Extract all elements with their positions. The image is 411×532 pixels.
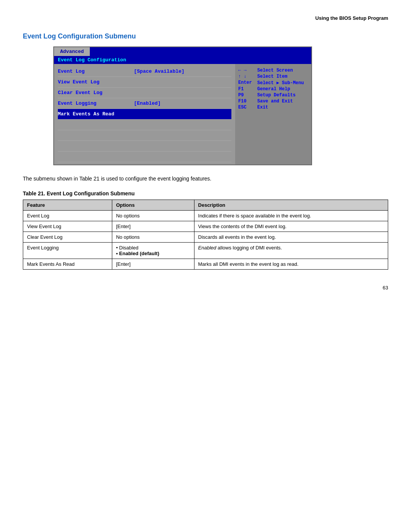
- table-row: Clear Event Log No options Discards all …: [23, 232, 388, 243]
- bios-help-row-5: F10 Save and Exit: [238, 99, 308, 104]
- config-table: Feature Options Description Event Log No…: [23, 200, 388, 270]
- bios-value-event-log: [Space Available]: [134, 69, 185, 74]
- bios-left-panel: Event Log [Space Available] View Event L…: [54, 64, 235, 165]
- bios-tab-advanced[interactable]: Advanced: [54, 47, 90, 56]
- bios-row-empty-3: [58, 141, 231, 152]
- options-mark-events: [Enter]: [112, 259, 194, 270]
- bios-row-event-logging[interactable]: Event Logging [Enabled]: [58, 98, 231, 109]
- bios-help-row-6: ESC Exit: [238, 105, 308, 110]
- bios-help-key-esc: ESC: [238, 105, 257, 110]
- bios-row-event-log[interactable]: Event Log [Space Available]: [58, 66, 231, 77]
- bios-help-key-p9: P9: [238, 93, 257, 98]
- desc-view-event-log: Views the contents of the DMI event log.: [194, 221, 388, 232]
- bios-label-clear-event-log: Clear Event Log: [58, 90, 134, 96]
- bios-label-mark-events: Mark Events As Read: [58, 111, 134, 117]
- section-title: Event Log Configuration Submenu: [23, 32, 388, 40]
- bios-label-view-event-log: View Event Log: [58, 79, 134, 85]
- bios-help-row-4: P9 Setup Defaults: [238, 93, 308, 98]
- bios-header-row: Advanced: [54, 47, 311, 56]
- bios-help-desc-screen: Select Screen: [257, 68, 293, 73]
- top-right-header: Using the BIOS Setup Program: [23, 15, 388, 21]
- feature-event-logging: Event Logging: [23, 243, 112, 259]
- bios-label-event-logging: Event Logging: [58, 101, 134, 106]
- bios-help-desc-item: Select Item: [257, 74, 287, 79]
- bios-screen: Advanced Event Log Configuration Event L…: [53, 46, 312, 165]
- table-row: Mark Events As Read [Enter] Marks all DM…: [23, 259, 388, 270]
- col-options: Options: [112, 200, 194, 211]
- col-feature: Feature: [23, 200, 112, 211]
- options-event-log: No options: [112, 211, 194, 221]
- bios-right-panel: ← → Select Screen ↑ ↓ Select Item Enter …: [235, 64, 311, 165]
- bios-row-empty-4: [58, 152, 231, 162]
- bios-help-desc-save: Save and Exit: [257, 99, 293, 104]
- options-event-logging: • Disabled • Enabled (default): [112, 243, 194, 259]
- bios-help-key-f1: F1: [238, 86, 257, 92]
- bios-value-event-logging: [Enabled]: [134, 101, 161, 106]
- header-title: Using the BIOS Setup Program: [315, 15, 388, 21]
- bios-row-empty-2: [58, 130, 231, 141]
- option-disabled: • Disabled: [116, 245, 139, 251]
- desc-italic-enabled: Enabled: [198, 245, 217, 251]
- options-clear-event-log: No options: [112, 232, 194, 243]
- bios-help-key-arrows: ← →: [238, 68, 257, 73]
- feature-event-log: Event Log: [23, 211, 112, 221]
- options-view-event-log: [Enter]: [112, 221, 194, 232]
- desc-rest: allows logging of DMI events.: [216, 245, 282, 251]
- bios-help-section: ← → Select Screen ↑ ↓ Select Item Enter …: [238, 68, 308, 110]
- bios-help-key-enter: Enter: [238, 80, 257, 86]
- bios-help-desc-defaults: Setup Defaults: [257, 93, 296, 98]
- bios-help-desc-help: General Help: [257, 86, 290, 92]
- bios-tab-spacer-1: [90, 47, 120, 56]
- bios-help-key-f10: F10: [238, 99, 257, 104]
- col-description: Description: [194, 200, 388, 211]
- bios-tab-spacer-2: [120, 47, 151, 56]
- bios-tab-spacer-3: [151, 47, 258, 56]
- table-title: Table 21. Event Log Configuration Submen…: [23, 190, 388, 197]
- table-row: Event Log No options Indicates if there …: [23, 211, 388, 221]
- bios-help-row-2: Enter Select ▶ Sub-Menu: [238, 80, 308, 86]
- option-enabled: • Enabled (default): [116, 251, 159, 256]
- bios-row-mark-events[interactable]: Mark Events As Read: [58, 109, 231, 120]
- table-section: Table 21. Event Log Configuration Submen…: [23, 190, 388, 270]
- bios-submenu-title: Event Log Configuration: [54, 56, 311, 64]
- feature-mark-events: Mark Events As Read: [23, 259, 112, 270]
- bios-help-row-0: ← → Select Screen: [238, 68, 308, 73]
- desc-clear-event-log: Discards all events in the event log.: [194, 232, 388, 243]
- feature-view-event-log: View Event Log: [23, 221, 112, 232]
- bios-help-key-updown: ↑ ↓: [238, 74, 257, 79]
- table-row: View Event Log [Enter] Views the content…: [23, 221, 388, 232]
- bios-row-clear-event-log[interactable]: Clear Event Log: [58, 88, 231, 98]
- description-text: The submenu shown in Table 21 is used to…: [23, 174, 388, 183]
- page-number: 63: [23, 285, 388, 291]
- bios-help-desc-exit: Exit: [257, 105, 268, 110]
- bios-help-row-3: F1 General Help: [238, 86, 308, 92]
- bios-tab-spacer-5: [288, 47, 311, 56]
- bios-row-empty-1: [58, 120, 231, 130]
- bios-help-row-1: ↑ ↓ Select Item: [238, 74, 308, 79]
- feature-clear-event-log: Clear Event Log: [23, 232, 112, 243]
- bios-body: Event Log [Space Available] View Event L…: [54, 64, 311, 165]
- desc-mark-events: Marks all DMI events in the event log as…: [194, 259, 388, 270]
- bios-label-event-log: Event Log: [58, 69, 134, 74]
- desc-event-logging: Enabled allows logging of DMI events.: [194, 243, 388, 259]
- bios-help-desc-submenu: Select ▶ Sub-Menu: [257, 80, 304, 86]
- table-row: Event Logging • Disabled • Enabled (defa…: [23, 243, 388, 259]
- bios-tab-spacer-4: [258, 47, 288, 56]
- table-header-row: Feature Options Description: [23, 200, 388, 211]
- desc-event-log: Indicates if there is space available in…: [194, 211, 388, 221]
- bios-row-view-event-log[interactable]: View Event Log: [58, 77, 231, 88]
